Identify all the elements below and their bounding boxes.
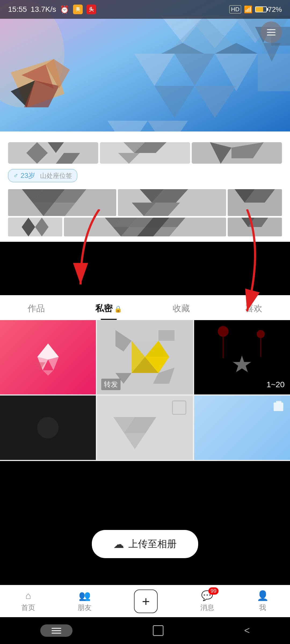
hamburger-icon <box>267 29 276 35</box>
age-badge: ♂ 23岁 山处座位签 <box>8 169 77 182</box>
svg-marker-10 <box>258 54 290 91</box>
svg-marker-31 <box>210 142 231 164</box>
grid-row-2 <box>0 396 290 460</box>
profile-section: ♂ 23岁 山处座位签 <box>0 131 290 242</box>
upload-cloud-icon: ☁ <box>113 538 124 550</box>
sys-nav-back-button[interactable]: < <box>244 625 250 636</box>
svg-marker-57 <box>37 343 59 360</box>
nav-home-label: 首页 <box>21 603 35 612</box>
svg-rect-83 <box>274 402 283 411</box>
nav-profile-label: 我 <box>259 603 266 612</box>
create-plus-icon[interactable]: + <box>134 590 158 613</box>
nav-messages[interactable]: 💬 99 消息 <box>200 590 214 612</box>
upload-text: 上传至相册 <box>128 537 177 551</box>
message-badge: 99 <box>208 587 219 595</box>
grid-cell-gray-geo[interactable]: 转发 <box>97 319 193 394</box>
svg-marker-67 <box>115 330 132 352</box>
content-grid: 转发 1~20 <box>0 319 290 461</box>
forward-label: 转发 <box>101 379 121 390</box>
tab-private[interactable]: 私密🔒 <box>73 295 145 320</box>
tab-likes[interactable]: 喜欢 <box>218 295 290 320</box>
grid-cell-lightblue[interactable] <box>194 396 290 460</box>
svg-point-77 <box>37 417 59 438</box>
lock-icon: 🔒 <box>114 305 122 313</box>
status-icons: HD 📶 72% <box>229 5 282 14</box>
nav-friends-label: 朋友 <box>78 603 92 612</box>
sys-menu-icon <box>52 628 61 634</box>
gender-icon: ♂ <box>13 171 19 180</box>
bottom-nav: ⌂ 首页 👥 朋友 + 💬 99 消息 👤 我 <box>0 585 290 617</box>
nav-home[interactable]: ⌂ 首页 <box>21 590 35 612</box>
svg-marker-75 <box>233 356 251 372</box>
svg-point-71 <box>218 326 229 337</box>
messages-icon: 💬 99 <box>201 590 213 601</box>
profile-tags: 山处座位签 <box>40 171 72 180</box>
battery-percent: 72% <box>268 5 282 14</box>
svg-marker-26 <box>48 142 64 153</box>
grid-cell-pink[interactable] <box>0 319 96 394</box>
age-text: 23岁 <box>21 171 35 180</box>
svg-rect-72 <box>223 337 224 358</box>
sys-nav-home-button[interactable] <box>153 625 164 636</box>
svg-marker-30 <box>118 153 140 164</box>
svg-marker-44 <box>22 218 35 236</box>
svg-marker-45 <box>35 218 49 236</box>
svg-marker-27 <box>56 153 80 164</box>
svg-rect-84 <box>276 401 281 403</box>
svg-point-73 <box>257 330 265 338</box>
wifi-icon: 📶 <box>244 5 252 14</box>
svg-marker-32 <box>231 142 264 158</box>
grid-row-1: 转发 1~20 <box>0 319 290 394</box>
toutiao-icon: 头 <box>86 5 96 14</box>
sys-nav-menu[interactable] <box>40 624 73 637</box>
svg-marker-60 <box>43 370 53 376</box>
menu-button[interactable] <box>260 21 282 43</box>
tabs-bar: 作品 私密🔒 收藏 喜欢 <box>0 295 290 320</box>
status-left: 15:55 13.7K/s ⏰ 美 头 <box>8 5 96 14</box>
status-bar: 15:55 13.7K/s ⏰ 美 头 HD 📶 72% <box>0 0 290 19</box>
nav-friends[interactable]: 👥 朋友 <box>78 590 92 612</box>
network-speed: 13.7K/s <box>31 5 56 14</box>
svg-marker-25 <box>26 142 48 164</box>
grid-cell-black2[interactable] <box>0 396 96 460</box>
svg-marker-68 <box>158 330 175 341</box>
battery-icon: 72% <box>255 5 282 14</box>
hd-label: HD <box>229 5 241 13</box>
grid-cell-lightgray[interactable] <box>97 396 193 460</box>
meituan-icon: 美 <box>73 5 83 14</box>
upload-panel[interactable]: ☁ 上传至相册 <box>92 530 198 558</box>
time-display: 15:55 <box>8 5 27 14</box>
system-nav-bar: < <box>0 617 290 644</box>
hero-banner <box>0 0 290 150</box>
svg-rect-74 <box>260 338 261 357</box>
tab-works[interactable]: 作品 <box>0 295 73 320</box>
alarm-icon: ⏰ <box>60 5 69 14</box>
nav-messages-label: 消息 <box>200 603 214 612</box>
friends-icon: 👥 <box>79 590 91 601</box>
nav-create[interactable]: + <box>134 590 158 613</box>
profile-nav-icon: 👤 <box>257 590 269 601</box>
grid-cell-dark[interactable]: 1~20 <box>194 319 290 394</box>
nav-profile[interactable]: 👤 我 <box>257 590 269 612</box>
tab-favorites[interactable]: 收藏 <box>145 295 218 320</box>
home-icon: ⌂ <box>25 590 31 601</box>
